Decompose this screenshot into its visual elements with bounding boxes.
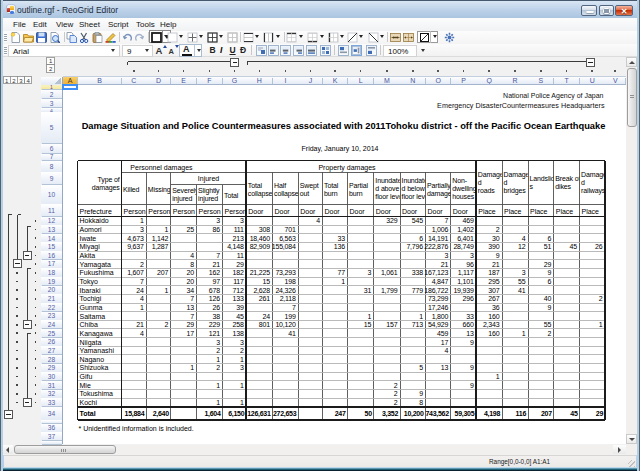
svg-text:8: 8 — [50, 163, 54, 170]
svg-text:4,148: 4,148 — [227, 243, 244, 250]
svg-text:7: 7 — [292, 304, 296, 311]
svg-text:9: 9 — [548, 269, 552, 276]
svg-text:207: 207 — [541, 410, 552, 417]
svg-text:24: 24 — [136, 287, 144, 294]
svg-text:3: 3 — [240, 364, 244, 371]
svg-text:13: 13 — [441, 364, 449, 371]
svg-text:1: 1 — [496, 373, 500, 380]
svg-text:Total: Total — [80, 410, 96, 417]
svg-text:73,299: 73,299 — [428, 295, 449, 302]
svg-text:7: 7 — [50, 153, 54, 160]
svg-text:24: 24 — [263, 313, 271, 320]
svg-text:12: 12 — [48, 217, 56, 224]
svg-text:J: J — [309, 77, 313, 84]
svg-text:390: 390 — [488, 243, 499, 250]
svg-text:7: 7 — [190, 295, 194, 302]
svg-text:6,563: 6,563 — [279, 235, 296, 242]
svg-text:167,123: 167,123 — [424, 269, 448, 276]
svg-text:207: 207 — [157, 269, 168, 276]
svg-text:3: 3 — [216, 339, 220, 346]
svg-text:21: 21 — [48, 295, 56, 302]
svg-text:O: O — [435, 77, 441, 84]
svg-text:Half: Half — [274, 182, 286, 189]
svg-text:F: F — [207, 77, 211, 84]
svg-text:157: 157 — [386, 321, 397, 328]
svg-text:19,939: 19,939 — [453, 287, 474, 294]
svg-text:d: d — [478, 179, 482, 186]
svg-text:2: 2 — [240, 347, 244, 354]
svg-text:3: 3 — [368, 269, 372, 276]
svg-text:160: 160 — [488, 330, 499, 337]
svg-text:545: 545 — [412, 217, 423, 224]
svg-text:1,061: 1,061 — [381, 269, 398, 276]
svg-text:Shizuoka: Shizuoka — [80, 364, 109, 371]
svg-text:11: 11 — [237, 252, 244, 259]
svg-text:55: 55 — [518, 278, 526, 285]
svg-text:32: 32 — [48, 390, 56, 397]
svg-text:7,796: 7,796 — [406, 243, 423, 250]
svg-text:82,909: 82,909 — [250, 243, 271, 250]
svg-text:29: 29 — [187, 321, 195, 328]
svg-text:out: out — [300, 190, 309, 197]
svg-text:collapse: collapse — [274, 190, 299, 198]
svg-text:4,673: 4,673 — [127, 235, 144, 242]
svg-text:S: S — [539, 77, 544, 84]
svg-text:Emergency DisasterCountermeasu: Emergency DisasterCountermeasures Headqu… — [437, 101, 605, 110]
svg-text:713: 713 — [412, 321, 423, 328]
svg-text:20: 20 — [187, 269, 195, 276]
svg-text:Inundate: Inundate — [402, 177, 428, 184]
svg-text:469: 469 — [463, 217, 474, 224]
svg-text:459: 459 — [437, 330, 448, 337]
svg-text:10,120: 10,120 — [275, 321, 296, 328]
svg-text:Aomori: Aomori — [80, 226, 103, 233]
svg-text:15,884: 15,884 — [125, 410, 145, 418]
svg-text:20: 20 — [48, 286, 56, 293]
svg-text:1: 1 — [190, 364, 194, 371]
svg-text:4: 4 — [140, 295, 144, 302]
svg-text:roads: roads — [478, 187, 495, 194]
svg-text:1: 1 — [240, 356, 244, 363]
svg-text:296: 296 — [463, 295, 474, 302]
svg-text:Person: Person — [199, 208, 221, 215]
svg-text:Prefecture: Prefecture — [80, 208, 112, 215]
svg-text:1,006: 1,006 — [432, 226, 449, 233]
svg-text:9: 9 — [548, 304, 552, 311]
svg-text:1,101: 1,101 — [457, 278, 474, 285]
svg-text:3: 3 — [140, 226, 144, 233]
svg-text:9,637: 9,637 — [127, 243, 144, 250]
svg-text:Door: Door — [402, 208, 418, 215]
svg-text:1,142: 1,142 — [152, 235, 169, 242]
svg-text:229: 229 — [209, 321, 220, 328]
svg-text:33: 33 — [48, 399, 56, 406]
svg-text:29: 29 — [596, 410, 604, 417]
svg-text:4: 4 — [316, 217, 320, 224]
svg-text:1,287: 1,287 — [152, 243, 169, 250]
svg-text:41: 41 — [288, 330, 296, 337]
svg-text:50: 50 — [365, 410, 373, 417]
svg-text:Partial: Partial — [349, 182, 368, 189]
svg-text:bridges: bridges — [504, 187, 527, 195]
svg-text:L: L — [359, 77, 363, 84]
svg-text:Ibaraki: Ibaraki — [80, 287, 101, 294]
svg-text:K: K — [333, 77, 338, 84]
svg-text:96: 96 — [466, 261, 474, 268]
svg-text:Akita: Akita — [80, 252, 96, 259]
svg-text:Door: Door — [248, 208, 264, 215]
svg-text:38: 38 — [213, 313, 221, 320]
svg-text:Door: Door — [376, 208, 392, 215]
svg-text:1: 1 — [240, 399, 244, 406]
svg-text:Personnel damages: Personnel damages — [130, 164, 193, 172]
svg-text:Inundate: Inundate — [375, 177, 401, 184]
svg-text:138: 138 — [233, 330, 244, 337]
svg-text:55: 55 — [544, 321, 552, 328]
svg-text:9: 9 — [470, 339, 474, 346]
svg-text:258: 258 — [233, 321, 244, 328]
svg-text:Gunma: Gunma — [80, 304, 103, 311]
svg-text:2,640: 2,640 — [153, 410, 170, 418]
svg-text:21: 21 — [492, 261, 500, 268]
svg-text:30: 30 — [492, 235, 500, 242]
svg-text:1: 1 — [140, 304, 144, 311]
svg-text:Type of: Type of — [98, 176, 120, 184]
svg-text:2: 2 — [548, 330, 552, 337]
svg-text:d above: d above — [375, 185, 399, 192]
